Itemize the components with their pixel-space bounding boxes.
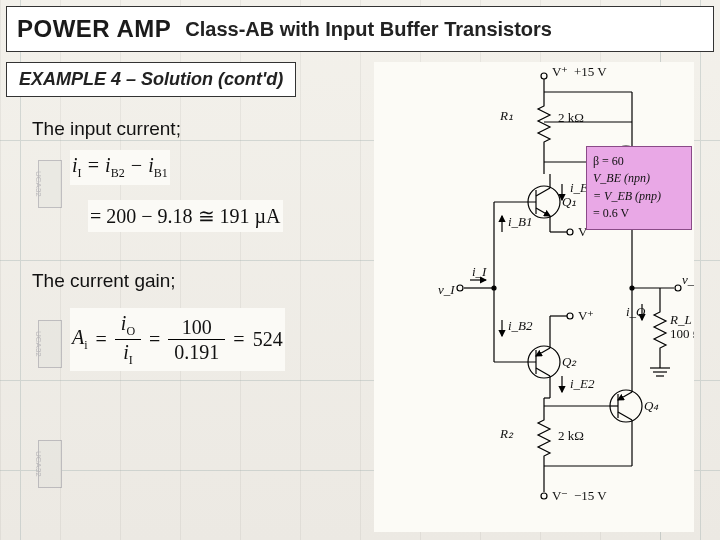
label-Q1: Q₁ [562, 194, 576, 209]
label-RL-val: 100 Ω [670, 326, 694, 341]
eq-num: 524 [253, 328, 283, 351]
param-beta: β = 60 [593, 153, 685, 170]
eq-sym: − [130, 154, 149, 176]
equation-iI-definition: iI = iB2 − iB1 [70, 150, 170, 185]
eq-sym: = [87, 154, 106, 176]
label-iI: i_I [472, 264, 487, 279]
label-Q2: Q₂ [562, 354, 577, 369]
eq-sub: i [84, 338, 87, 352]
label-iB1: i_B1 [508, 214, 533, 229]
fraction: 100 0.191 [168, 316, 225, 363]
label-vI: v_I [438, 282, 455, 297]
label-Vplus: V⁺ [552, 64, 568, 79]
title-bar: POWER AMP Class-AB with Input Buffer Tra… [6, 6, 714, 52]
svg-line-38 [536, 368, 550, 376]
eq-sub: O [126, 324, 135, 338]
eq-sub: I [129, 353, 133, 367]
fraction: iO iI [115, 312, 141, 367]
eq-num: 100 [176, 316, 218, 338]
title-main: POWER AMP [17, 15, 171, 43]
label-Q4: Q₄ [644, 398, 659, 413]
circuit-schematic: V⁺ +15 V R₁ 2 kΩ Q₃ i_E1 Q₁ V i_B1 i_B2 … [374, 62, 694, 532]
label-R2-val: 2 kΩ [558, 428, 584, 443]
label-R2: R₂ [499, 426, 514, 441]
parameter-box: β = 60 V_BE (npn) = V_EB (pnp) = 0.6 V [586, 146, 692, 230]
label-R1-val: 2 kΩ [558, 110, 584, 125]
heading-example: EXAMPLE 4 – Solution (cont'd) [6, 62, 296, 97]
label-Vplus-mid: V⁺ [578, 308, 594, 323]
label-R1: R₁ [499, 108, 513, 123]
title-sub: Class-AB with Input Buffer Transistors [185, 18, 552, 41]
equation-iI-value: = 200 − 9.18 ≅ 191 µA [88, 200, 283, 232]
svg-point-54 [541, 493, 547, 499]
eq-sym: = [233, 328, 244, 351]
label-vO: v_O [682, 272, 694, 287]
eq-sub: I [78, 166, 82, 180]
eq-text: = 200 − 9.18 ≅ 191 µA [90, 205, 281, 227]
label-RL: R_L [669, 312, 692, 327]
text-input-current: The input current; [32, 118, 181, 140]
svg-point-57 [675, 285, 681, 291]
eq-sym: = [96, 328, 107, 351]
eq-sub: B2 [111, 166, 125, 180]
slide: UCA32 UCA32 UCA32 POWER AMP Class-AB wit… [0, 0, 720, 540]
svg-line-18 [536, 208, 550, 216]
label-Vminus: V⁻ [552, 488, 568, 503]
label-iB2: i_B2 [508, 318, 533, 333]
svg-point-21 [567, 229, 573, 235]
svg-point-33 [567, 313, 573, 319]
param-val: = 0.6 V [593, 205, 685, 222]
eq-sym: = [149, 328, 160, 351]
param-vbe: V_BE (npn) [593, 170, 685, 187]
label-Vminus-val: −15 V [574, 488, 607, 503]
label-iE2: i_E2 [570, 376, 595, 391]
label-Vplus-val: +15 V [574, 64, 607, 79]
text-current-gain: The current gain; [32, 270, 176, 292]
svg-line-48 [618, 392, 632, 400]
eq-num: 0.191 [168, 341, 225, 363]
param-veb: = V_EB (pnp) [593, 188, 685, 205]
eq-sub: B1 [154, 166, 168, 180]
eq-sym: A [72, 326, 84, 348]
svg-point-0 [541, 73, 547, 79]
svg-line-17 [536, 188, 550, 196]
svg-point-24 [457, 285, 463, 291]
svg-line-49 [618, 412, 632, 420]
label-iO: i_O [626, 304, 646, 319]
equation-Ai: Ai = iO iI = 100 0.191 = 524 [70, 308, 285, 371]
svg-line-37 [536, 348, 550, 356]
